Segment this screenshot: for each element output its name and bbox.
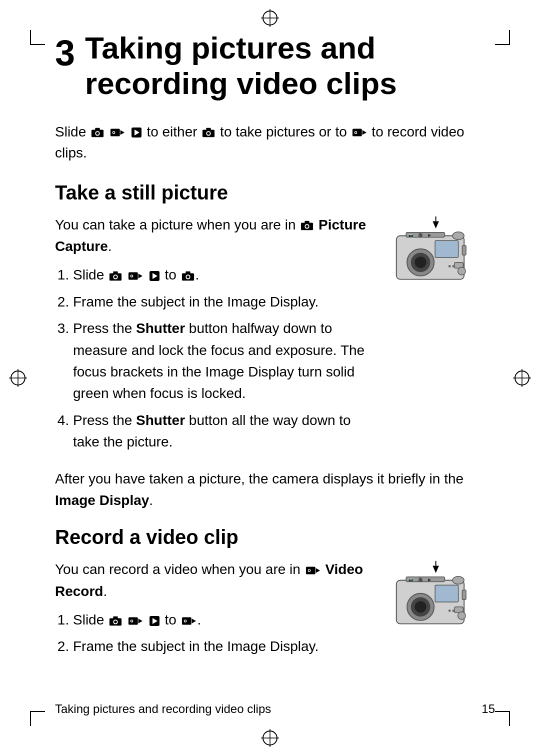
camera-icon-vstep1 (109, 616, 122, 626)
svg-point-76 (131, 620, 132, 622)
video-icon-intro (110, 127, 125, 138)
svg-marker-57 (432, 221, 439, 228)
svg-rect-23 (206, 128, 211, 130)
play-icon-step1 (149, 270, 160, 282)
svg-point-68 (308, 570, 310, 571)
svg-marker-27 (362, 130, 366, 135)
svg-point-15 (96, 132, 99, 135)
svg-rect-62 (462, 245, 466, 254)
still-picture-diagram: 📷 🎥 ▶ (385, 214, 495, 292)
intro-paragraph: Slide to either to take pictures or to (55, 122, 495, 164)
video-icon-vstep1-end (182, 616, 196, 626)
svg-rect-97 (462, 590, 466, 600)
video-clip-text-col: You can record a video when you are in V… (55, 558, 375, 664)
video-clip-intro: You can record a video when you are in V… (55, 558, 375, 602)
svg-point-19 (113, 132, 114, 134)
svg-rect-13 (95, 128, 100, 130)
svg-rect-70 (113, 616, 118, 618)
svg-point-59 (452, 232, 464, 239)
play-icon-vstep1 (149, 616, 160, 626)
reg-mark-left (9, 369, 27, 387)
svg-text:🎥: 🎥 (418, 578, 423, 582)
svg-point-61 (458, 267, 466, 274)
video-icon-section (306, 565, 320, 576)
svg-point-25 (208, 132, 210, 135)
after-picture-text: After you have taken a picture, the came… (55, 468, 495, 512)
svg-point-51 (415, 256, 426, 268)
step-1: Slide (73, 264, 375, 286)
svg-point-94 (452, 576, 464, 584)
camera-icon-step1 (109, 270, 122, 282)
svg-point-37 (114, 276, 117, 278)
camera-icon-3 (300, 220, 314, 231)
svg-text:▶: ▶ (428, 578, 432, 582)
still-picture-content: You can take a picture when you are in P… (55, 214, 495, 460)
video-icon-step1 (128, 270, 143, 282)
step-2: Frame the subject in the Image Display. (73, 291, 375, 312)
reg-mark-right (513, 369, 531, 387)
svg-text:🎥: 🎥 (418, 232, 423, 238)
still-picture-intro: You can take a picture when you are in P… (55, 214, 375, 258)
video-clip-content: You can record a video when you are in V… (55, 558, 495, 664)
picture-capture-label: Picture Capture (55, 217, 366, 254)
video-clip-steps: Slide (55, 609, 375, 658)
corner-mark-bl (30, 711, 45, 726)
step-4: Press the Shutter button all the way dow… (73, 410, 375, 453)
svg-point-98 (448, 610, 451, 612)
svg-rect-31 (305, 221, 310, 224)
video-step-1: Slide (73, 609, 375, 630)
footer: Taking pictures and recording video clip… (55, 702, 495, 716)
corner-mark-tl (30, 30, 45, 45)
chapter-number: 3 (55, 35, 75, 71)
camera-icon-2 (202, 127, 215, 138)
chapter-title: Taking pictures andrecording video clips (55, 30, 495, 102)
step-3: Press the Shutter button halfway down to… (73, 318, 375, 404)
svg-marker-66 (316, 568, 320, 572)
svg-marker-74 (138, 618, 142, 623)
svg-rect-45 (186, 272, 190, 274)
corner-mark-br (495, 711, 510, 726)
still-picture-section: Take a still picture You can take a pict… (55, 182, 495, 512)
svg-marker-80 (192, 618, 196, 623)
svg-point-41 (131, 276, 132, 277)
video-icon-intro-2 (352, 127, 367, 138)
svg-point-86 (415, 601, 426, 612)
svg-marker-92 (432, 566, 439, 574)
svg-point-63 (448, 265, 451, 268)
reg-mark-top (261, 9, 279, 27)
video-step-2: Frame the subject in the Image Display. (73, 636, 375, 657)
svg-text:▶: ▶ (428, 233, 432, 238)
footer-page-number: 15 (482, 702, 495, 716)
svg-point-96 (458, 612, 466, 620)
video-clip-header: Record a video clip (55, 526, 495, 548)
still-picture-steps: Slide (55, 264, 375, 452)
video-clip-diagram: 📷 🎥 ▶ (385, 558, 495, 637)
video-icon-vstep1 (128, 616, 143, 626)
svg-point-29 (355, 132, 356, 134)
svg-point-82 (184, 620, 186, 622)
camera-icon (91, 127, 104, 138)
svg-point-99 (452, 610, 455, 612)
corner-mark-tr (495, 30, 510, 45)
svg-point-47 (186, 276, 190, 278)
camera-diagram-still: 📷 🎥 ▶ (385, 214, 490, 289)
svg-rect-87 (435, 586, 458, 602)
svg-point-64 (452, 265, 455, 268)
camera-icon-step1-end (182, 270, 194, 282)
svg-rect-35 (113, 272, 118, 274)
svg-marker-17 (120, 130, 124, 135)
svg-text:📷: 📷 (408, 578, 414, 582)
chapter-heading: 3 Taking pictures andrecording video cli… (55, 30, 495, 102)
camera-diagram-video: 📷 🎥 ▶ (385, 558, 490, 634)
svg-point-72 (114, 620, 117, 624)
svg-marker-39 (138, 274, 142, 278)
svg-point-33 (306, 225, 309, 228)
footer-left: Taking pictures and recording video clip… (55, 702, 271, 716)
reg-mark-bottom (261, 729, 279, 747)
page: 3 Taking pictures andrecording video cli… (0, 0, 540, 756)
still-picture-text-col: You can take a picture when you are in P… (55, 214, 375, 460)
play-icon-intro (131, 127, 142, 138)
still-picture-header: Take a still picture (55, 182, 495, 204)
svg-text:📷: 📷 (408, 232, 414, 238)
svg-rect-52 (435, 240, 458, 258)
